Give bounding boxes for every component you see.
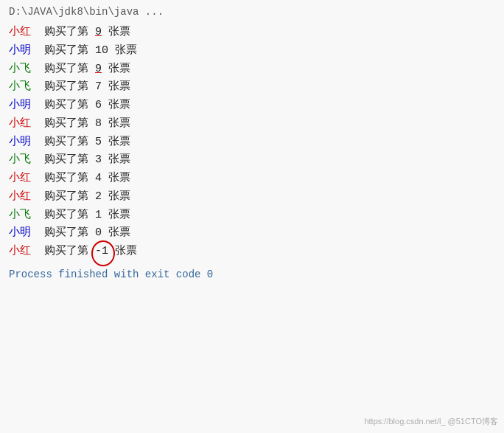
- line-suffix: 张票: [102, 60, 130, 79]
- line-text: 购买了第: [44, 170, 95, 188]
- line-text: 购买了第: [44, 115, 95, 134]
- output-line: 小明 购买了第 10 张票: [9, 42, 495, 60]
- output-line: 小明 购买了第 0 张票: [9, 224, 495, 243]
- person-name: 小红: [9, 170, 31, 188]
- person-name: 小明: [9, 134, 31, 152]
- ticket-number: 7: [95, 78, 102, 97]
- ticket-number: 3: [95, 151, 102, 170]
- output-line: 小飞 购买了第 3 张票: [9, 151, 495, 170]
- line-text: 购买了第: [44, 60, 95, 79]
- ticket-number: 9: [95, 60, 102, 79]
- line-suffix: 张票: [102, 134, 130, 152]
- output-line: 小明 购买了第 5 张票: [9, 134, 495, 152]
- line-suffix: 张票: [102, 151, 130, 170]
- line-text: 购买了第: [44, 224, 95, 243]
- line-suffix: 张票: [102, 78, 130, 97]
- output-line: 小红 购买了第 2 张票: [9, 188, 495, 207]
- person-name: 小明: [9, 97, 31, 115]
- person-name: 小红: [9, 115, 31, 134]
- line-suffix: 张票: [102, 97, 130, 115]
- line-suffix: 张票: [102, 170, 130, 188]
- line-text: 购买了第: [44, 42, 95, 60]
- person-name: 小明: [9, 42, 31, 60]
- line-text: 购买了第: [44, 243, 95, 261]
- line-text: 购买了第: [44, 78, 95, 97]
- ticket-number: -1: [95, 243, 108, 261]
- ticket-number: 1: [95, 207, 102, 225]
- person-name: 小红: [9, 243, 31, 261]
- person-name: 小明: [9, 224, 31, 243]
- line-suffix: 张票: [102, 115, 130, 134]
- line-suffix: 张票: [102, 24, 130, 42]
- person-name: 小红: [9, 188, 31, 207]
- output-line: 小红 购买了第 4 张票: [9, 170, 495, 188]
- ticket-number: 5: [95, 134, 102, 152]
- watermark: https://blog.csdn.net/l_ @51CTO博客: [364, 416, 498, 427]
- output-line: 小红 购买了第 9 张票: [9, 24, 495, 42]
- person-name: 小飞: [9, 60, 31, 79]
- person-name: 小飞: [9, 207, 31, 225]
- ticket-number: 10: [95, 42, 108, 60]
- ticket-number: 6: [95, 97, 102, 115]
- output-line: 小飞 购买了第 1 张票: [9, 207, 495, 225]
- line-suffix: 张票: [108, 42, 137, 60]
- ticket-number: 4: [95, 170, 102, 188]
- line-suffix: 张票: [102, 188, 130, 207]
- output-line: 小飞 购买了第 9 张票: [9, 60, 495, 79]
- line-text: 购买了第: [44, 24, 95, 42]
- ticket-number: 8: [95, 115, 102, 134]
- console-window: D:\JAVA\jdk8\bin\java ... 小红 购买了第 9 张票小明…: [0, 0, 504, 433]
- line-text: 购买了第: [44, 207, 95, 225]
- line-suffix: 张票: [102, 207, 130, 225]
- ticket-number: 2: [95, 188, 102, 207]
- process-line: Process finished with exit code 0: [9, 269, 495, 280]
- output-line: 小明 购买了第 6 张票: [9, 97, 495, 115]
- title-bar: D:\JAVA\jdk8\bin\java ...: [9, 6, 495, 18]
- line-suffix: 张票: [102, 224, 130, 243]
- person-name: 小红: [9, 24, 31, 42]
- line-text: 购买了第: [44, 151, 95, 170]
- person-name: 小飞: [9, 78, 31, 97]
- line-text: 购买了第: [44, 97, 95, 115]
- output-line: 小红 购买了第 8 张票: [9, 115, 495, 134]
- person-name: 小飞: [9, 151, 31, 170]
- output-line: 小飞 购买了第 7 张票: [9, 78, 495, 97]
- output-lines: 小红 购买了第 9 张票小明 购买了第 10 张票小飞 购买了第 9 张票小飞 …: [9, 24, 495, 261]
- ticket-number: 9: [95, 24, 102, 42]
- output-line: 小红 购买了第 -1 张票: [9, 243, 495, 261]
- line-text: 购买了第: [44, 188, 95, 207]
- line-text: 购买了第: [44, 134, 95, 152]
